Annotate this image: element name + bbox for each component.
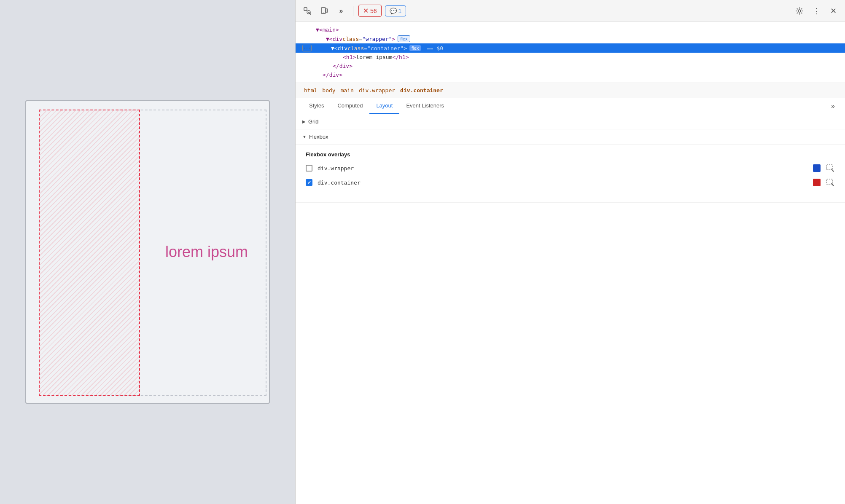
breadcrumb-div-wrapper[interactable]: div.wrapper xyxy=(357,86,397,94)
grid-section-label: Grid xyxy=(308,118,319,125)
info-count: 1 xyxy=(398,8,402,14)
devtools-panel: » ✕ 56 💬 1 ⋮ ✕ ▼<main> xyxy=(295,0,845,504)
dom-tree-row-close-wrapper[interactable]: </div> xyxy=(296,70,845,79)
grid-arrow-icon: ▶ xyxy=(302,119,306,124)
attr-value-wrapper: "wrapper" xyxy=(362,36,392,42)
more-tools-icon: » xyxy=(339,7,343,15)
browser-window: lorem ipsum xyxy=(25,100,270,404)
more-options-button[interactable]: ⋮ xyxy=(810,4,823,18)
dom-tree-row-container[interactable]: ··· ▼<div class = "container" > flex == … xyxy=(296,43,845,53)
svg-rect-4 xyxy=(326,9,328,12)
container-overlay xyxy=(39,110,140,396)
dollar-sign: == $0 xyxy=(423,45,443,51)
flexbox-section-header[interactable]: ▼ Flexbox xyxy=(296,129,845,145)
tag-main: ▼<main> xyxy=(316,27,339,33)
overlay-label-container: div.container xyxy=(318,180,808,186)
svg-point-5 xyxy=(323,12,324,13)
dom-tree-row-h1[interactable]: <h1> lorem ipsum </h1> xyxy=(296,53,845,62)
dom-tree-row-wrapper[interactable]: ▼<div class = "wrapper" > flex xyxy=(296,34,845,43)
devtools-toolbar: » ✕ 56 💬 1 ⋮ ✕ xyxy=(296,0,845,22)
overlay-row-wrapper: div.wrapper xyxy=(306,164,835,173)
ellipsis-button[interactable]: ··· xyxy=(302,45,312,51)
tab-computed[interactable]: Computed xyxy=(331,98,369,114)
dom-tree: ▼<main> ▼<div class = "wrapper" > flex ·… xyxy=(296,22,845,83)
flexbox-overlays-title: Flexbox overlays xyxy=(306,151,835,158)
breadcrumb-html[interactable]: html xyxy=(302,86,319,94)
dom-tree-row-main[interactable]: ▼<main> xyxy=(296,25,845,34)
breadcrumb: html body main div.wrapper div.container xyxy=(296,83,845,98)
tabs-bar: Styles Computed Layout Event Listeners » xyxy=(296,98,845,114)
overlay-row-container: div.container xyxy=(306,178,835,187)
tab-layout[interactable]: Layout xyxy=(369,98,399,114)
toolbar-divider xyxy=(353,6,353,16)
flexbox-arrow-icon: ▼ xyxy=(302,134,307,139)
lorem-ipsum-text: lorem ipsum xyxy=(165,243,248,261)
more-options-icon: ⋮ xyxy=(813,6,820,16)
overlay-highlight-container-button[interactable] xyxy=(826,178,835,187)
info-icon: 💬 xyxy=(390,8,397,14)
tag-div-wrapper: ▼<div xyxy=(326,36,342,42)
flexbox-section-body: Flexbox overlays div.wrapper div.contain… xyxy=(296,145,845,203)
grid-section-header[interactable]: ▶ Grid xyxy=(296,114,845,129)
close-icon: ✕ xyxy=(830,6,837,16)
more-tools-button[interactable]: » xyxy=(334,4,348,18)
device-toolbar-button[interactable] xyxy=(318,4,331,18)
layout-content: ▶ Grid ▼ Flexbox Flexbox overlays div.wr… xyxy=(296,114,845,504)
overlay-checkbox-wrapper[interactable] xyxy=(306,165,312,172)
overlay-color-container[interactable] xyxy=(813,179,821,186)
breadcrumb-body[interactable]: body xyxy=(320,86,337,94)
tabs-more-button[interactable]: » xyxy=(828,99,838,113)
inspect-element-button[interactable] xyxy=(301,4,314,18)
overlay-highlight-wrapper-button[interactable] xyxy=(826,164,835,173)
error-icon: ✕ xyxy=(363,7,369,15)
svg-rect-0 xyxy=(304,8,307,11)
preview-panel: lorem ipsum xyxy=(0,0,295,504)
error-count: 56 xyxy=(370,8,377,14)
settings-button[interactable] xyxy=(793,4,806,18)
tab-styles[interactable]: Styles xyxy=(302,98,331,114)
breadcrumb-div-container[interactable]: div.container xyxy=(398,86,445,94)
attr-class-wrapper: class xyxy=(342,36,359,42)
error-badge-button[interactable]: ✕ 56 xyxy=(358,5,382,17)
flexbox-section-label: Flexbox xyxy=(309,134,328,140)
breadcrumb-main[interactable]: main xyxy=(339,86,355,94)
flex-badge-container: flex xyxy=(409,45,421,51)
close-devtools-button[interactable]: ✕ xyxy=(826,4,840,18)
svg-point-6 xyxy=(798,10,801,12)
tab-event-listeners[interactable]: Event Listeners xyxy=(399,98,451,114)
flex-badge-wrapper: flex xyxy=(398,35,410,42)
overlay-color-wrapper[interactable] xyxy=(813,164,821,172)
info-badge-button[interactable]: 💬 1 xyxy=(385,5,406,16)
overlay-checkbox-container[interactable] xyxy=(306,179,312,186)
overlay-label-wrapper: div.wrapper xyxy=(318,165,808,172)
dom-tree-row-close-container[interactable]: </div> xyxy=(296,62,845,70)
